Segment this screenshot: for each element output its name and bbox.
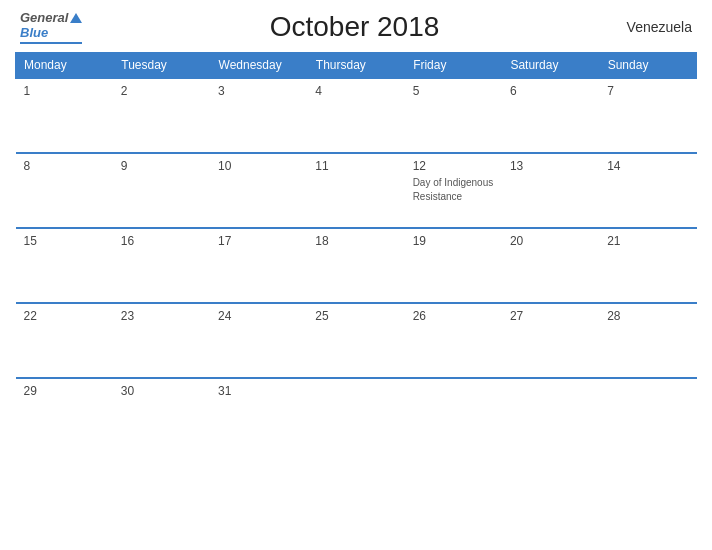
- calendar-table: Monday Tuesday Wednesday Thursday Friday…: [15, 52, 697, 453]
- day-cell-w4-d2: 23: [113, 303, 210, 378]
- day-cell-w1-d3: 3: [210, 78, 307, 153]
- day-cell-w5-d4: [307, 378, 404, 453]
- day-cell-w4-d5: 26: [405, 303, 502, 378]
- day-number: 28: [607, 309, 688, 323]
- header-friday: Friday: [405, 53, 502, 79]
- week-row-3: 15161718192021: [16, 228, 697, 303]
- day-number: 14: [607, 159, 688, 173]
- day-number: 9: [121, 159, 202, 173]
- week-row-4: 22232425262728: [16, 303, 697, 378]
- day-cell-w1-d6: 6: [502, 78, 599, 153]
- day-number: 23: [121, 309, 202, 323]
- day-number: 25: [315, 309, 396, 323]
- day-cell-w5-d3: 31: [210, 378, 307, 453]
- logo: General Blue: [20, 10, 82, 44]
- day-number: 7: [607, 84, 688, 98]
- country-name: Venezuela: [627, 19, 692, 35]
- day-number: 27: [510, 309, 591, 323]
- day-number: 20: [510, 234, 591, 248]
- day-cell-w5-d5: [405, 378, 502, 453]
- day-cell-w1-d4: 4: [307, 78, 404, 153]
- logo-triangle-icon: [70, 13, 82, 23]
- day-number: 1: [24, 84, 105, 98]
- header-monday: Monday: [16, 53, 113, 79]
- day-cell-w1-d2: 2: [113, 78, 210, 153]
- day-number: 11: [315, 159, 396, 173]
- day-number: 22: [24, 309, 105, 323]
- weekday-header-row: Monday Tuesday Wednesday Thursday Friday…: [16, 53, 697, 79]
- day-number: 6: [510, 84, 591, 98]
- day-number: 12: [413, 159, 494, 173]
- logo-blue-text: Blue: [20, 25, 48, 40]
- day-number: 26: [413, 309, 494, 323]
- day-cell-w5-d7: [599, 378, 696, 453]
- day-cell-w3-d6: 20: [502, 228, 599, 303]
- day-number: 18: [315, 234, 396, 248]
- day-number: 5: [413, 84, 494, 98]
- day-cell-w4-d1: 22: [16, 303, 113, 378]
- day-cell-w2-d6: 13: [502, 153, 599, 228]
- header-thursday: Thursday: [307, 53, 404, 79]
- week-row-5: 293031: [16, 378, 697, 453]
- day-number: 13: [510, 159, 591, 173]
- day-cell-w1-d5: 5: [405, 78, 502, 153]
- day-cell-w1-d1: 1: [16, 78, 113, 153]
- day-number: 21: [607, 234, 688, 248]
- day-cell-w2-d7: 14: [599, 153, 696, 228]
- header-wednesday: Wednesday: [210, 53, 307, 79]
- calendar-container: General Blue October 2018 Venezuela Mond…: [0, 0, 712, 550]
- event-label: Day of Indigenous Resistance: [413, 177, 494, 202]
- day-cell-w3-d1: 15: [16, 228, 113, 303]
- day-number: 19: [413, 234, 494, 248]
- day-cell-w2-d3: 10: [210, 153, 307, 228]
- day-cell-w4-d6: 27: [502, 303, 599, 378]
- day-cell-w3-d2: 16: [113, 228, 210, 303]
- logo-general-text: General: [20, 10, 68, 25]
- day-number: 15: [24, 234, 105, 248]
- day-cell-w2-d2: 9: [113, 153, 210, 228]
- week-row-2: 89101112Day of Indigenous Resistance1314: [16, 153, 697, 228]
- calendar-title: October 2018: [270, 11, 440, 43]
- day-cell-w1-d7: 7: [599, 78, 696, 153]
- calendar-header: General Blue October 2018 Venezuela: [15, 10, 697, 44]
- day-number: 24: [218, 309, 299, 323]
- header-sunday: Sunday: [599, 53, 696, 79]
- day-cell-w3-d3: 17: [210, 228, 307, 303]
- day-cell-w3-d7: 21: [599, 228, 696, 303]
- header-tuesday: Tuesday: [113, 53, 210, 79]
- day-number: 16: [121, 234, 202, 248]
- day-cell-w3-d5: 19: [405, 228, 502, 303]
- day-cell-w2-d4: 11: [307, 153, 404, 228]
- day-number: 29: [24, 384, 105, 398]
- day-number: 4: [315, 84, 396, 98]
- day-cell-w4-d7: 28: [599, 303, 696, 378]
- day-number: 3: [218, 84, 299, 98]
- day-number: 10: [218, 159, 299, 173]
- logo-line: [20, 42, 82, 44]
- week-row-1: 1234567: [16, 78, 697, 153]
- header-saturday: Saturday: [502, 53, 599, 79]
- day-cell-w5-d1: 29: [16, 378, 113, 453]
- day-cell-w4-d3: 24: [210, 303, 307, 378]
- day-number: 30: [121, 384, 202, 398]
- day-number: 8: [24, 159, 105, 173]
- day-cell-w5-d2: 30: [113, 378, 210, 453]
- day-number: 2: [121, 84, 202, 98]
- day-cell-w5-d6: [502, 378, 599, 453]
- day-cell-w4-d4: 25: [307, 303, 404, 378]
- day-number: 17: [218, 234, 299, 248]
- day-cell-w2-d5: 12Day of Indigenous Resistance: [405, 153, 502, 228]
- day-number: 31: [218, 384, 299, 398]
- day-cell-w3-d4: 18: [307, 228, 404, 303]
- day-cell-w2-d1: 8: [16, 153, 113, 228]
